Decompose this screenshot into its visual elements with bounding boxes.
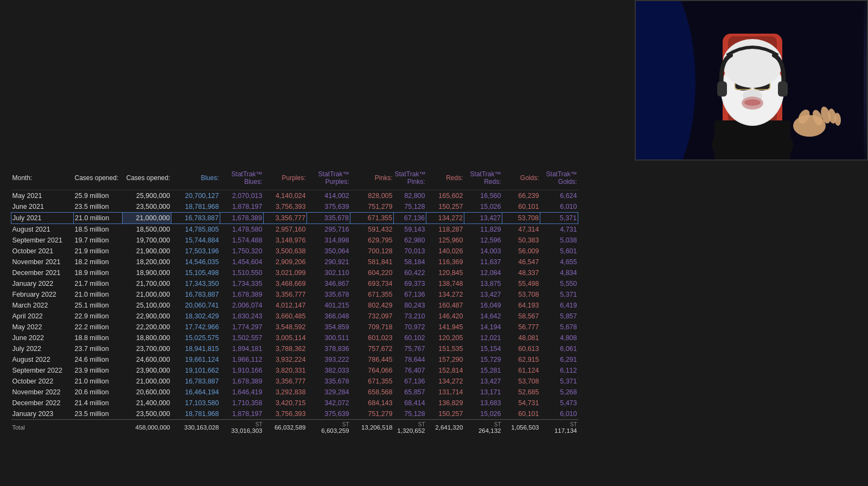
data-table-container: Month: Cases opened: Cases opened: Blues… (11, 168, 532, 436)
header-pinks: Pinks: (350, 168, 394, 190)
cell-st-blues: 1,750,320 (220, 246, 264, 257)
cell-st-purples: 335,678 (307, 376, 350, 387)
cell-blues: 19,101,662 (171, 365, 220, 376)
cell-st-golds: 5,038 (540, 235, 578, 246)
cell-blues: 16,783,887 (171, 213, 220, 224)
cell-st-blues: 2,070,013 (220, 190, 264, 202)
cell-reds: 116,369 (426, 257, 464, 267)
totals-row: Total 458,000,000 330,163,028 ST33,016,3… (11, 420, 578, 436)
cell-st-purples: 378,836 (307, 343, 350, 354)
total-cases-n: 458,000,000 (123, 420, 171, 436)
cell-purples: 3,420,715 (264, 398, 307, 408)
cell-golds: 60,101 (502, 201, 540, 213)
table-row: March 2022 25.1 million 25,100,000 20,06… (11, 300, 578, 311)
cell-pinks: 671,355 (350, 376, 394, 387)
cell-cases-m: 25.1 million (74, 300, 123, 311)
cell-purples: 4,140,024 (264, 190, 307, 202)
cell-blues: 17,742,966 (171, 322, 220, 332)
cell-blues: 16,783,887 (171, 376, 220, 387)
total-label: Total (12, 424, 25, 431)
table-row: December 2022 21.4 million 21,400,000 17… (11, 398, 578, 408)
cell-golds: 52,685 (502, 387, 540, 398)
cell-golds: 56,009 (502, 246, 540, 257)
table-row: July 2022 23.7 million 23,700,000 18,941… (11, 343, 578, 354)
cell-purples: 4,012,147 (264, 300, 307, 311)
cell-purples: 3,820,331 (264, 365, 307, 376)
cell-st-golds: 6,010 (540, 201, 578, 213)
cell-purples: 3,292,838 (264, 387, 307, 398)
cell-pinks: 604,220 (350, 267, 394, 278)
cell-purples: 3,660,485 (264, 311, 307, 322)
cell-st-reds: 12,596 (464, 235, 502, 246)
cell-cases-n: 18,800,000 (123, 332, 171, 343)
cell-reds: 120,205 (426, 332, 464, 343)
cell-reds: 134,272 (426, 376, 464, 387)
cell-st-blues: 1,646,419 (220, 387, 264, 398)
cell-st-purples: 346,867 (307, 278, 350, 289)
cell-month: June 2022 (11, 332, 74, 343)
cell-cases-m: 23.5 million (74, 201, 123, 213)
cell-golds: 54,731 (502, 398, 540, 408)
cell-st-pinks: 78,644 (394, 354, 426, 365)
cell-pinks: 764,066 (350, 365, 394, 376)
cell-st-golds: 6,061 (540, 343, 578, 354)
cell-month: October 2021 (11, 246, 74, 257)
cell-reds: 118,287 (426, 224, 464, 235)
cell-month: November 2021 (11, 257, 74, 267)
cell-golds: 60,101 (502, 408, 540, 420)
cell-cases-m: 21.0 million (74, 213, 123, 224)
cell-cases-m: 21.0 million (74, 376, 123, 387)
cell-st-golds: 6,010 (540, 408, 578, 420)
cell-st-reds: 14,194 (464, 322, 502, 332)
svg-point-17 (744, 99, 761, 106)
cell-pinks: 671,355 (350, 213, 394, 224)
header-golds: Golds: (502, 168, 540, 190)
cell-st-pinks: 68,414 (394, 398, 426, 408)
cell-blues: 18,781,968 (171, 408, 220, 420)
cell-golds: 47,314 (502, 224, 540, 235)
cell-st-purples: 375,639 (307, 408, 350, 420)
header-purples: Purples: (264, 168, 307, 190)
cell-pinks: 693,734 (350, 278, 394, 289)
cell-month: January 2022 (11, 278, 74, 289)
cell-st-reds: 12,084 (464, 267, 502, 278)
cell-st-pinks: 75,767 (394, 343, 426, 354)
cell-golds: 50,383 (502, 235, 540, 246)
cell-reds: 136,829 (426, 398, 464, 408)
cell-st-purples: 401,215 (307, 300, 350, 311)
cell-reds: 146,420 (426, 311, 464, 322)
cell-month: July 2022 (11, 343, 74, 354)
cell-blues: 16,783,887 (171, 289, 220, 300)
cell-cases-m: 21.4 million (74, 398, 123, 408)
cell-st-reds: 13,683 (464, 398, 502, 408)
cell-month: May 2022 (11, 322, 74, 332)
cell-pinks: 751,279 (350, 201, 394, 213)
cell-st-blues: 1,510,550 (220, 267, 264, 278)
cell-purples: 2,909,206 (264, 257, 307, 267)
cell-month: August 2022 (11, 354, 74, 365)
cell-cases-n: 21,000,000 (123, 213, 171, 224)
cell-st-reds: 13,427 (464, 289, 502, 300)
cell-blues: 15,105,498 (171, 267, 220, 278)
total-st-pinks: ST1,320,652 (394, 420, 426, 436)
cell-cases-m: 23.9 million (74, 365, 123, 376)
cell-st-blues: 1,502,557 (220, 332, 264, 343)
cell-reds: 141,945 (426, 322, 464, 332)
cell-st-blues: 1,894,181 (220, 343, 264, 354)
cell-purples: 3,500,638 (264, 246, 307, 257)
total-st-reds: ST264,132 (464, 420, 502, 436)
cell-cases-n: 21,000,000 (123, 289, 171, 300)
cell-cases-n: 23,700,000 (123, 343, 171, 354)
cell-st-purples: 382,033 (307, 365, 350, 376)
cell-pinks: 709,718 (350, 322, 394, 332)
cell-purples: 3,548,592 (264, 322, 307, 332)
cell-golds: 66,239 (502, 190, 540, 202)
table-row: June 2022 18.8 million 18,800,000 15,025… (11, 332, 578, 343)
cell-st-pinks: 70,972 (394, 322, 426, 332)
cell-cases-n: 25,900,000 (123, 190, 171, 202)
cell-st-blues: 1,678,389 (220, 289, 264, 300)
cell-st-golds: 6,112 (540, 365, 578, 376)
header-reds: Reds: (426, 168, 464, 190)
cell-st-purples: 342,072 (307, 398, 350, 408)
cell-blues: 20,060,741 (171, 300, 220, 311)
